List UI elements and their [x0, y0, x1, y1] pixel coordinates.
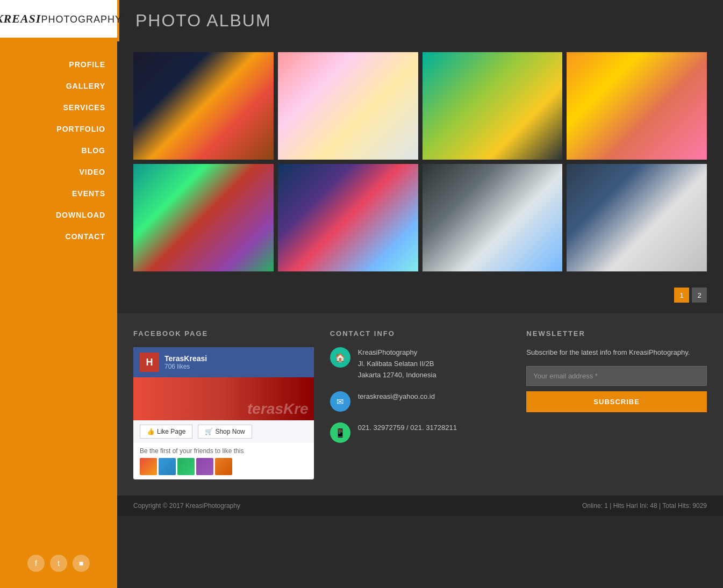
fb-page-name: TerasKreasi [164, 354, 207, 363]
contact-email-item: ✉ teraskreasi@yahoo.co.id [330, 391, 511, 412]
sidebar-item-gallery[interactable]: GALLERY [0, 75, 117, 97]
fb-friends-text: Be the first of your friends to like thi… [140, 447, 307, 455]
fb-likes-count: 706 likes [164, 363, 207, 370]
sidebar-item-services[interactable]: SERVICES [0, 97, 117, 118]
fb-banner: terasKre [133, 377, 314, 420]
photo-item-5[interactable] [133, 164, 274, 271]
facebook-widget: H TerasKreasi 706 likes terasKre 👍 Like … [133, 347, 314, 479]
logo: KREASIPHOTOGRAPHY [0, 12, 122, 26]
bottom-bar: Copyright © 2017 KreasiPhotography Onlin… [117, 496, 723, 516]
social-links: f t ■ [27, 555, 90, 572]
subscribe-button[interactable]: SUBSCRIBE [526, 391, 707, 412]
photo-item-7[interactable] [423, 164, 563, 271]
rss-social-icon[interactable]: ■ [73, 555, 90, 572]
fb-avatar-2 [159, 458, 176, 475]
facebook-social-icon[interactable]: f [27, 555, 45, 572]
contact-phone: 021. 32972759 / 021. 31728211 [358, 422, 457, 434]
sidebar-item-download[interactable]: DOWNLOAD [0, 204, 117, 226]
facebook-section: FACEBOOK PAGE H TerasKreasi 706 likes te… [133, 329, 314, 479]
photo-item-2[interactable] [278, 52, 418, 160]
contact-address-item: 🏠 KreasiPhotography Jl. Kalibata Selatan… [330, 347, 511, 381]
email-input[interactable] [526, 366, 707, 386]
sidebar: KREASIPHOTOGRAPHY PROFILEGALLERYSERVICES… [0, 0, 117, 588]
newsletter-description: Subscribe for the latest info from Kreas… [526, 347, 707, 358]
phone-icon: 📱 [330, 422, 350, 443]
logo-kreasi: KREASI [0, 12, 41, 25]
contact-section: CONTACT INFO 🏠 KreasiPhotography Jl. Kal… [330, 329, 511, 479]
sidebar-item-video[interactable]: VIDEO [0, 161, 117, 183]
sidebar-item-events[interactable]: EVENTS [0, 183, 117, 204]
photo-item-3[interactable] [423, 52, 563, 160]
sidebar-item-contact[interactable]: CONTACT [0, 226, 117, 247]
fb-like-label: Like Page [157, 428, 185, 435]
sidebar-item-profile[interactable]: PROFILE [0, 54, 117, 75]
company-name: KreasiPhotography [358, 348, 418, 356]
photo-item-1[interactable] [133, 52, 274, 160]
twitter-social-icon[interactable]: t [50, 555, 67, 572]
page-header: PHOTO ALBUM [117, 0, 723, 41]
pagination: 1 2 [117, 282, 723, 313]
page-title: PHOTO ALBUM [135, 11, 707, 31]
thumbs-up-icon: 👍 [147, 428, 155, 435]
logo-area: KREASIPHOTOGRAPHY [0, 0, 117, 38]
main-nav: PROFILEGALLERYSERVICESPORTFOLIOBLOGVIDEO… [0, 54, 117, 247]
address-line1: Jl. Kalibata Selatan II/2B [358, 360, 434, 368]
shop-icon: 🛒 [205, 428, 213, 435]
copyright-text: Copyright © 2017 KreasiPhotography [133, 502, 240, 510]
stats-text: Online: 1 | Hits Hari Ini: 48 | Total Hi… [582, 502, 707, 510]
photo-item-8[interactable] [567, 164, 707, 271]
page-btn-1[interactable]: 1 [674, 288, 689, 303]
photo-item-6[interactable] [278, 164, 418, 271]
fb-like-btn[interactable]: 👍 Like Page [140, 425, 192, 439]
main-content: PHOTO ALBUM 1 2 FACEBOOK PAGE H TerasKre… [117, 0, 723, 516]
fb-shop-btn[interactable]: 🛒 Shop Now [198, 425, 252, 439]
footer: FACEBOOK PAGE H TerasKreasi 706 likes te… [117, 313, 723, 496]
contact-heading: CONTACT INFO [330, 329, 511, 338]
fb-info: TerasKreasi 706 likes [164, 354, 207, 370]
fb-banner-text: terasKre [247, 400, 309, 418]
fb-logo-icon: H [140, 353, 159, 372]
contact-address: KreasiPhotography Jl. Kalibata Selatan I… [358, 347, 436, 381]
fb-actions: 👍 Like Page 🛒 Shop Now [133, 420, 314, 443]
email-icon: ✉ [330, 391, 350, 412]
fb-friends-section: Be the first of your friends to like thi… [133, 443, 314, 479]
contact-email: teraskreasi@yahoo.co.id [358, 391, 435, 403]
fb-shop-label: Shop Now [215, 428, 245, 435]
fb-avatar-1 [140, 458, 157, 475]
photo-grid [117, 41, 723, 282]
home-icon: 🏠 [330, 347, 350, 368]
fb-header: H TerasKreasi 706 likes [133, 347, 314, 377]
sidebar-item-portfolio[interactable]: PORTFOLIO [0, 118, 117, 140]
fb-avatars [140, 458, 307, 475]
logo-photography: PHOTOGRAPHY [41, 14, 122, 25]
page-btn-2[interactable]: 2 [692, 288, 707, 303]
fb-avatar-3 [177, 458, 195, 475]
contact-phone-item: 📱 021. 32972759 / 021. 31728211 [330, 422, 511, 443]
fb-avatar-5 [215, 458, 232, 475]
address-line2: Jakarta 12740, Indonesia [358, 371, 436, 379]
photo-item-4[interactable] [567, 52, 707, 160]
sidebar-item-blog[interactable]: BLOG [0, 140, 117, 161]
newsletter-heading: NEWSLETTER [526, 329, 707, 338]
facebook-heading: FACEBOOK PAGE [133, 329, 314, 338]
newsletter-section: NEWSLETTER Subscribe for the latest info… [526, 329, 707, 479]
fb-avatar-4 [196, 458, 213, 475]
